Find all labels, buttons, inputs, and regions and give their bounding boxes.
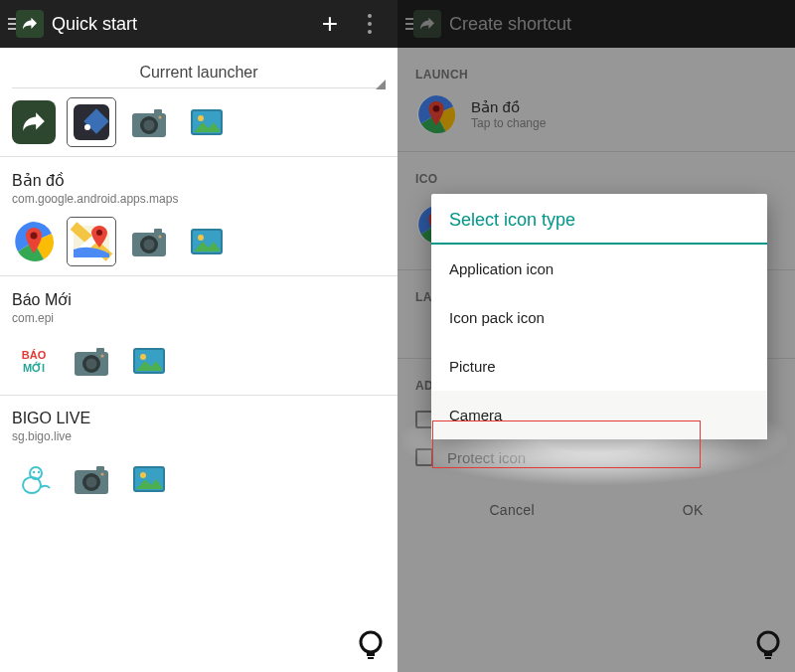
dialog-select-icon-type: Select icon type Application icon Icon p… (431, 194, 767, 439)
dialog-item-application-icon[interactable]: Application icon (431, 245, 767, 293)
svg-point-34 (33, 471, 35, 473)
icon-option-app[interactable] (12, 220, 56, 263)
icon-option-gallery[interactable] (185, 100, 229, 144)
icon-option-app[interactable] (12, 457, 56, 501)
appbar-title: Quick start (52, 14, 137, 35)
app-group: Báo Mới com.epi BÁOMỚI (0, 275, 398, 395)
svg-point-40 (100, 472, 103, 475)
spinner-handle-icon[interactable] (12, 87, 386, 88)
dialog-item-icon-pack-icon[interactable]: Icon pack icon (431, 293, 767, 342)
svg-rect-51 (764, 653, 772, 656)
group-subtitle: com.google.android.apps.maps (12, 192, 386, 206)
overflow-menu-button[interactable] (350, 4, 390, 44)
svg-point-13 (96, 230, 102, 236)
svg-rect-44 (367, 653, 375, 656)
menu-icon[interactable] (8, 18, 16, 30)
svg-rect-15 (154, 229, 162, 235)
svg-rect-25 (96, 348, 104, 354)
svg-rect-45 (368, 657, 374, 659)
icon-option-camera[interactable] (70, 457, 113, 501)
icon-option-gallery[interactable] (127, 339, 171, 383)
svg-point-20 (198, 235, 204, 241)
svg-point-43 (361, 632, 381, 652)
svg-point-11 (31, 233, 38, 240)
svg-text:MỚI: MỚI (23, 361, 45, 374)
svg-point-7 (158, 115, 161, 118)
dialog-item-picture[interactable]: Picture (431, 342, 767, 391)
icon-option-camera[interactable] (127, 220, 171, 263)
screen-create-shortcut: Create shortcut LAUNCH Bản đồ Tap to cha… (398, 0, 795, 672)
group-title: Báo Mới (12, 290, 386, 309)
svg-point-18 (158, 235, 161, 238)
icon-option-gallery[interactable] (185, 220, 229, 263)
hint-bulb-icon[interactable] (354, 628, 388, 666)
icon-option-camera[interactable] (127, 100, 171, 144)
group-title: BIGO LIVE (12, 410, 386, 427)
app-group: Bản đồ com.google.android.apps.maps (0, 156, 398, 275)
section-current-launcher: Current launcher (0, 48, 398, 156)
app-group: BIGO LIVE sg.bigo.live (0, 395, 398, 513)
svg-point-35 (38, 471, 40, 473)
icon-option-app[interactable]: BÁOMỚI (12, 339, 56, 383)
svg-rect-52 (765, 657, 771, 659)
icon-option-maps[interactable] (70, 220, 113, 263)
svg-rect-4 (154, 109, 162, 115)
svg-point-28 (100, 354, 103, 357)
add-button[interactable]: + (310, 4, 350, 44)
svg-point-50 (758, 632, 778, 652)
app-logo-icon (16, 10, 44, 38)
group-title: Bản đồ (12, 171, 386, 190)
icon-option-camera[interactable] (70, 339, 113, 383)
appbar-left: Quick start + (0, 0, 398, 48)
svg-point-9 (198, 115, 204, 121)
icon-option-app[interactable] (12, 100, 56, 144)
svg-point-39 (86, 477, 97, 488)
launcher-icon-row (12, 100, 386, 144)
icon-option-gallery[interactable] (127, 457, 171, 501)
group-subtitle: com.epi (12, 311, 386, 325)
svg-point-27 (86, 359, 97, 370)
svg-rect-37 (96, 466, 104, 472)
icon-option-edit[interactable] (70, 100, 113, 144)
current-launcher-label[interactable]: Current launcher (12, 64, 386, 82)
svg-point-6 (144, 120, 155, 131)
svg-point-42 (140, 472, 146, 478)
svg-point-17 (144, 240, 155, 251)
svg-point-2 (84, 124, 90, 130)
svg-text:BÁO: BÁO (22, 349, 47, 361)
screen-quick-start: Quick start + Current launcher (0, 0, 398, 672)
group-subtitle: sg.bigo.live (12, 429, 386, 443)
hint-bulb-icon[interactable] (751, 628, 785, 666)
dialog-item-camera[interactable]: Camera (431, 391, 767, 439)
svg-point-30 (140, 354, 146, 360)
dialog-title: Select icon type (431, 194, 767, 245)
